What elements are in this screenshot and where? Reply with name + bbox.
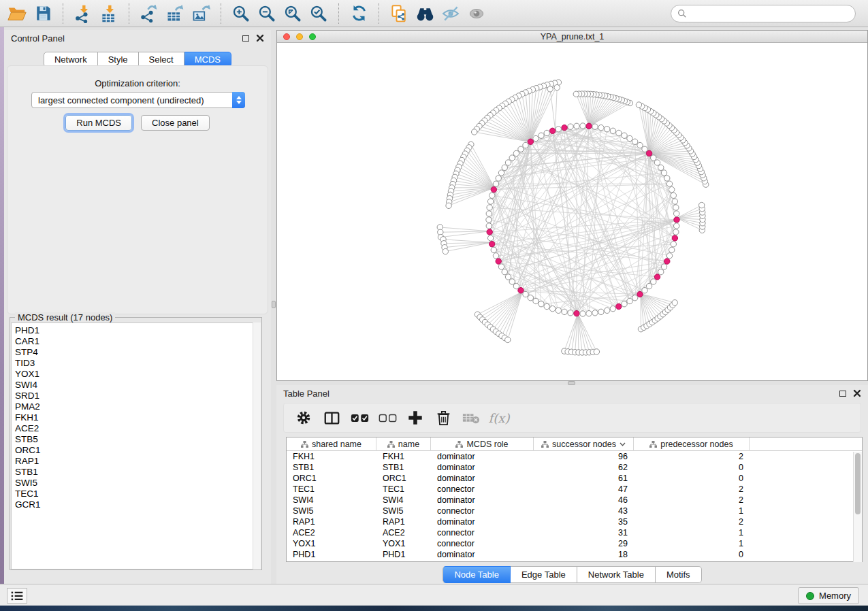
mcds-result-item[interactable]: FKH1 <box>15 412 254 423</box>
table-cell: 2 <box>634 451 750 462</box>
attribute-tree-icon <box>649 441 657 448</box>
search-input[interactable] <box>691 9 855 19</box>
apply-function-button[interactable]: f(x) <box>489 408 509 428</box>
delete-column-button[interactable] <box>433 408 453 428</box>
mcds-result-list[interactable]: PHD1CAR1STP4TID3YOX1SWI4SRD1PMA2FKH1ACE2… <box>11 323 254 569</box>
zoom-selected-icon <box>309 4 328 23</box>
tab-edge-table[interactable]: Edge Table <box>511 566 577 583</box>
table-cell: STB1 <box>376 462 431 473</box>
mcds-result-item[interactable]: PHD1 <box>15 325 254 336</box>
split-columns-button[interactable] <box>321 408 342 428</box>
select-all-checkboxes-button[interactable] <box>349 408 370 428</box>
table-row[interactable]: ACE2ACE2connector311 <box>287 527 862 538</box>
vertical-splitter[interactable] <box>271 30 276 584</box>
import-table-button[interactable] <box>96 2 122 25</box>
sort-chevron-icon <box>620 442 626 446</box>
status-bar: Memory <box>0 584 868 606</box>
unchecked-boxes-icon <box>379 414 397 423</box>
mcds-result-item[interactable]: SRD1 <box>15 391 254 401</box>
run-mcds-button[interactable]: Run MCDS <box>65 115 132 131</box>
table-settings-button[interactable] <box>293 408 314 428</box>
tab-motifs[interactable]: Motifs <box>656 566 702 583</box>
export-table-icon <box>165 4 184 23</box>
deselect-all-checkboxes-button[interactable] <box>377 408 398 428</box>
import-network-button[interactable] <box>70 2 96 25</box>
scrollbar-thumb[interactable] <box>855 453 861 514</box>
column-header-shared-name[interactable]: shared name <box>287 437 376 451</box>
zoom-out-button[interactable] <box>254 2 280 25</box>
mcds-result-item[interactable]: STB1 <box>15 467 254 478</box>
table-scrollbar[interactable] <box>853 452 862 562</box>
close-panel-button[interactable]: Close panel <box>141 115 210 131</box>
tab-node-table[interactable]: Node Table <box>443 566 511 583</box>
delete-table-icon <box>462 412 480 425</box>
task-history-button[interactable] <box>7 588 27 604</box>
export-network-button[interactable] <box>136 2 162 25</box>
column-header-name[interactable]: name <box>376 437 431 451</box>
table-row[interactable]: SWI4SWI4dominator462 <box>287 495 862 506</box>
checked-boxes-icon <box>351 414 369 423</box>
mcds-result-item[interactable]: TEC1 <box>15 489 254 499</box>
mcds-result-group: MCDS result (17 nodes) PHD1CAR1STP4TID3Y… <box>10 317 262 570</box>
refresh-button[interactable] <box>346 2 372 25</box>
mcds-result-item[interactable]: STP4 <box>15 347 254 358</box>
export-image-button[interactable] <box>188 2 214 25</box>
table-row[interactable]: FKH1FKH1dominator962 <box>287 451 862 462</box>
add-column-button[interactable] <box>405 408 425 428</box>
table-row[interactable]: YOX1YOX1connector291 <box>287 538 862 549</box>
splitter-grip[interactable] <box>272 301 276 308</box>
zoom-fit-button[interactable] <box>280 2 306 25</box>
table-cell: 47 <box>534 484 634 495</box>
table-row[interactable]: RAP1RAP1dominator352 <box>287 516 862 527</box>
mcds-result-item[interactable]: SWI5 <box>15 478 254 489</box>
table-cell: dominator <box>431 549 534 560</box>
column-header-predecessor-nodes[interactable]: predecessor nodes <box>634 437 750 451</box>
close-panel-icon[interactable] <box>256 34 264 42</box>
zoom-in-button[interactable] <box>228 2 254 25</box>
show-all-button[interactable] <box>464 2 489 25</box>
toolbar-separator <box>129 3 129 24</box>
table-cell: connector <box>431 527 534 538</box>
export-table-button[interactable] <box>162 2 188 25</box>
table-cell: SWI4 <box>287 495 376 506</box>
table-panel: Table Panel <box>276 385 868 584</box>
mcds-result-item[interactable]: SWI4 <box>15 380 254 391</box>
table-row[interactable]: ORC1ORC1dominator610 <box>287 473 862 484</box>
mcds-result-item[interactable]: ORC1 <box>15 445 254 456</box>
import-network-icon <box>74 4 93 23</box>
open-file-button[interactable] <box>4 2 30 25</box>
mcds-result-item[interactable]: YOX1 <box>15 369 254 380</box>
network-graph[interactable] <box>277 43 867 380</box>
mcds-result-item[interactable]: TID3 <box>15 358 254 369</box>
first-neighbors-button[interactable] <box>412 2 438 25</box>
table-row[interactable]: SWI5SWI5connector431 <box>287 506 862 516</box>
clone-network-button[interactable] <box>386 2 412 25</box>
memory-button[interactable]: Memory <box>798 587 859 604</box>
save-session-button[interactable] <box>30 2 56 25</box>
search-field[interactable] <box>671 5 856 22</box>
zoom-selected-button[interactable] <box>306 2 332 25</box>
mcds-result-item[interactable]: ACE2 <box>15 423 254 434</box>
delete-table-button[interactable] <box>461 408 481 428</box>
table-row[interactable]: TEC1TEC1connector472 <box>287 484 862 495</box>
mcds-result-item[interactable]: GCR1 <box>15 499 254 510</box>
optimization-criterion-select[interactable]: largest connected component (undirected) <box>31 92 245 108</box>
mcds-result-item[interactable]: PMA2 <box>15 401 254 412</box>
mcds-result-title: MCDS result (17 nodes) <box>15 312 115 323</box>
network-canvas[interactable] <box>277 43 867 380</box>
hide-selected-button[interactable] <box>438 2 464 25</box>
mcds-result-item[interactable]: RAP1 <box>15 456 254 467</box>
mcds-result-scrollbar[interactable] <box>253 323 261 569</box>
network-window-titlebar[interactable]: YPA_prune.txt_1 <box>277 31 867 43</box>
mcds-result-item[interactable]: CAR1 <box>15 336 254 347</box>
close-panel-icon[interactable] <box>853 389 861 397</box>
tab-network-table[interactable]: Network Table <box>577 566 656 583</box>
import-table-icon <box>99 4 118 23</box>
column-header-successor-nodes[interactable]: successor nodes <box>534 437 634 451</box>
column-header-mcds-role[interactable]: MCDS role <box>431 437 534 451</box>
mcds-result-item[interactable]: STB5 <box>15 434 254 445</box>
float-panel-icon[interactable] <box>839 391 846 397</box>
float-panel-icon[interactable] <box>242 35 249 42</box>
table-row[interactable]: PHD1PHD1dominator180 <box>287 549 862 560</box>
table-row[interactable]: STB1STB1dominator620 <box>287 462 862 473</box>
